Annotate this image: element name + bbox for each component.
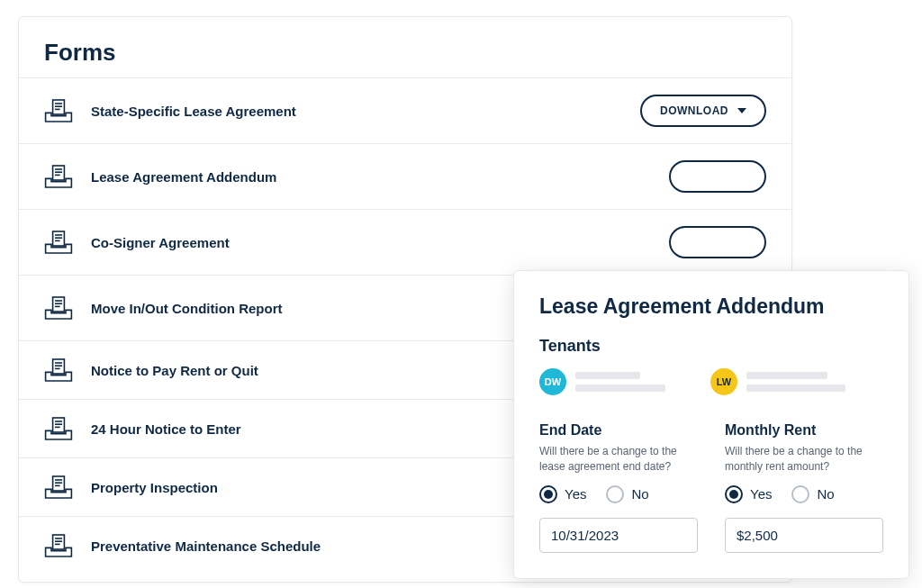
download-button[interactable]	[669, 226, 766, 258]
radio-icon	[725, 485, 743, 503]
form-name: Move In/Out Condition Report	[91, 301, 282, 316]
form-row-left: Property Inspection	[44, 475, 218, 500]
tenant-name-placeholder	[575, 372, 665, 392]
radio-icon	[791, 485, 809, 503]
end-date-title: End Date	[539, 422, 698, 439]
document-tray-icon	[44, 295, 73, 321]
form-name: State-Specific Lease Agreement	[91, 104, 296, 119]
end-date-radio-yes[interactable]: Yes	[539, 485, 586, 503]
tenant-item[interactable]: DW	[539, 368, 665, 395]
download-label: DOWNLOAD	[660, 104, 728, 117]
form-row-left: Preventative Maintenance Schedule	[44, 533, 321, 558]
form-row-left: 24 Hour Notice to Enter	[44, 416, 241, 441]
avatar: DW	[539, 368, 566, 395]
end-date-input[interactable]	[539, 518, 698, 553]
document-tray-icon	[44, 98, 73, 123]
radio-yes-label: Yes	[565, 486, 586, 502]
end-date-radio-no[interactable]: No	[606, 485, 648, 503]
form-row-left: Notice to Pay Rent or Quit	[44, 357, 258, 383]
forms-title: Forms	[19, 39, 791, 77]
document-tray-icon	[44, 164, 73, 189]
end-date-radio-group: Yes No	[539, 485, 698, 503]
document-tray-icon	[44, 357, 73, 383]
download-button[interactable]	[669, 160, 766, 193]
monthly-rent-radio-no[interactable]: No	[791, 485, 834, 503]
tenants-label: Tenants	[539, 337, 883, 356]
tenant-name-placeholder	[746, 372, 845, 392]
form-row-left: State-Specific Lease Agreement	[44, 98, 296, 123]
document-tray-icon	[44, 533, 73, 558]
tenants-row: DW LW	[539, 368, 883, 395]
radio-icon	[606, 485, 624, 503]
document-tray-icon	[44, 416, 73, 441]
monthly-rent-question: Monthly Rent Will there be a change to t…	[725, 422, 883, 553]
form-name: Preventative Maintenance Schedule	[91, 538, 321, 554]
form-row: State-Specific Lease AgreementDOWNLOAD	[19, 77, 791, 143]
caret-down-icon	[737, 108, 746, 113]
questions-row: End Date Will there be a change to the l…	[539, 422, 883, 553]
end-date-desc: Will there be a change to the lease agre…	[539, 444, 698, 475]
radio-no-label: No	[817, 486, 834, 502]
form-row: Lease Agreement Addendum	[19, 143, 791, 209]
tenant-item[interactable]: LW	[710, 368, 845, 395]
addendum-title: Lease Agreement Addendum	[539, 294, 883, 319]
monthly-rent-desc: Will there be a change to the monthly re…	[725, 444, 883, 475]
form-name: 24 Hour Notice to Enter	[91, 421, 241, 437]
download-button[interactable]: DOWNLOAD	[640, 95, 766, 127]
form-name: Lease Agreement Addendum	[91, 169, 276, 185]
document-tray-icon	[44, 475, 73, 500]
monthly-rent-radio-yes[interactable]: Yes	[725, 485, 772, 503]
form-row-left: Move In/Out Condition Report	[44, 295, 282, 321]
document-tray-icon	[44, 230, 73, 255]
form-name: Co-Signer Agreement	[91, 235, 230, 250]
radio-no-label: No	[631, 486, 648, 502]
form-row: Co-Signer Agreement	[19, 209, 791, 275]
form-row-left: Co-Signer Agreement	[44, 230, 230, 255]
radio-yes-label: Yes	[750, 486, 772, 502]
avatar: LW	[710, 368, 737, 395]
radio-icon	[539, 485, 557, 503]
form-row-left: Lease Agreement Addendum	[44, 164, 276, 189]
form-name: Notice to Pay Rent or Quit	[91, 363, 258, 378]
addendum-panel: Lease Agreement Addendum Tenants DW LW E…	[513, 270, 909, 579]
form-name: Property Inspection	[91, 480, 218, 495]
end-date-question: End Date Will there be a change to the l…	[539, 422, 698, 553]
monthly-rent-radio-group: Yes No	[725, 485, 883, 503]
monthly-rent-input[interactable]	[725, 518, 883, 553]
monthly-rent-title: Monthly Rent	[725, 422, 883, 439]
